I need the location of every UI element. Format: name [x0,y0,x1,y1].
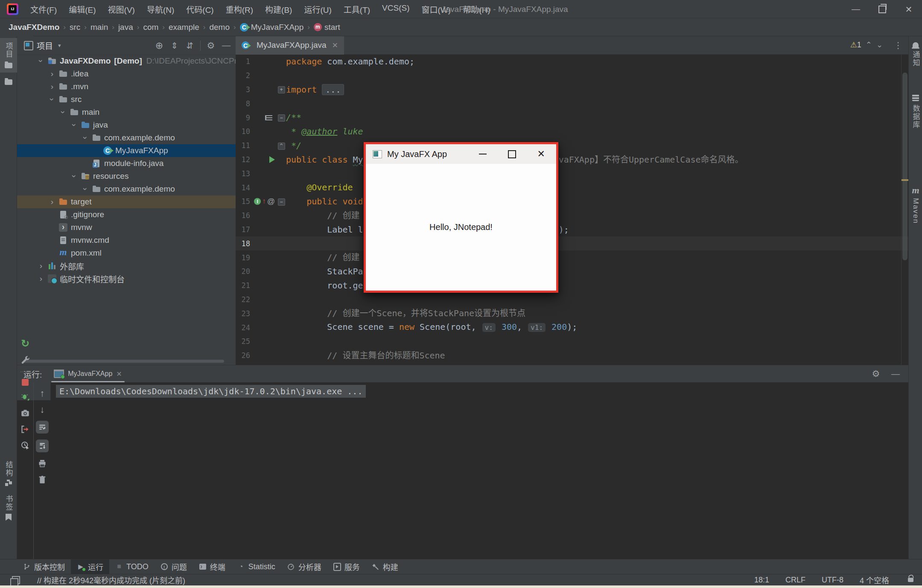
fold-marker-icon[interactable]: + [278,86,285,93]
tree-item-com.example.demo[interactable]: ›com.example.demo [17,131,236,144]
tool-window-button-statistic[interactable]: ◔Statistic [231,559,281,574]
tree-chevron-icon[interactable]: › [81,185,90,193]
tree-chevron-icon[interactable]: › [36,57,46,65]
breadcrumb-item[interactable]: com [143,23,158,32]
tree-item-target[interactable]: ›target [17,195,236,208]
tree-item-mvnw.cmd[interactable]: mvnw.cmd [17,234,236,247]
menu-item[interactable]: 编辑(E) [64,2,100,16]
run-tab[interactable]: MyJavaFXApp ✕ [51,365,124,382]
project-panel-title[interactable]: 项目 [37,40,53,51]
soft-wrap-toggle[interactable] [36,421,49,434]
fold-marker-icon[interactable]: − [278,114,285,122]
override-gutter-icon[interactable]: I [254,198,261,205]
fold-marker-icon[interactable]: ^ [278,143,285,150]
code-area[interactable]: 1package com.example.demo;23+import ...8… [236,55,908,363]
close-tab-icon[interactable]: ✕ [332,41,338,50]
tree-item-.gitignore[interactable]: .gitignore [17,208,236,221]
code-line-21[interactable]: 21 root.ge [236,279,908,293]
code-line-20[interactable]: 20 StackPa [236,265,908,279]
code-line-22[interactable]: 22 [236,293,908,307]
breadcrumb-item[interactable]: mstart [314,23,340,32]
code-line-8[interactable]: 8 [236,96,908,111]
tool-button-database[interactable]: 数据库 [909,89,922,134]
tool-window-button-services[interactable]: 服务 [327,559,366,574]
code-line-26[interactable]: 26 // 设置主舞台的标题和Scene [236,349,908,363]
chevron-down-icon[interactable]: ▾ [58,42,61,49]
close-window-button[interactable]: ✕ [896,0,922,18]
tree-item-main[interactable]: ›main [17,106,236,119]
tree-item-mvnw[interactable]: mvnw [17,221,236,234]
breadcrumb-item[interactable]: example [169,23,199,32]
print-icon[interactable] [37,458,47,469]
code-line-15[interactable]: 15I↑@− public void [236,195,908,209]
tree-item-.mvn[interactable]: ›.mvn [17,80,236,93]
tree-chevron-icon[interactable]: › [70,172,79,180]
tool-button-structure[interactable]: 结构 [0,457,17,491]
tree-item-resources[interactable]: ›resources [17,170,236,183]
edit-config-wrench-icon[interactable] [20,355,30,365]
tool-window-button-branch[interactable]: 版本控制 [17,559,71,574]
tool-button-commit[interactable] [0,73,17,89]
tab-options-icon[interactable]: ⋮ [894,40,902,50]
run-console[interactable]: E:\Downloads\CodesDownloads\jdk\jdk-17.0… [51,382,908,559]
project-horizontal-scrollbar[interactable] [23,360,224,363]
tool-button-project[interactable]: 项目 [0,38,17,73]
breadcrumb-item[interactable]: JavaFXDemo [9,23,59,32]
next-problem-icon[interactable]: ⌄ [876,40,883,49]
code-line-2[interactable]: 2 [236,69,908,83]
javafx-close-icon[interactable]: ✕ [537,149,545,159]
rerun-icon[interactable]: ↻ [20,338,30,349]
tree-item-module-info.java[interactable]: module-info.java [17,157,236,170]
tree-item-java[interactable]: ›java [17,119,236,131]
code-line-14[interactable]: 14 @Override [236,180,908,195]
javafx-titlebar[interactable]: My JavaFX App ✕ [366,144,556,164]
unlock-icon[interactable] [908,578,913,582]
menu-item[interactable]: VCS(S) [378,2,414,16]
caret-position[interactable]: 18:1 [754,576,769,585]
code-line-19[interactable]: 19 // 创建 [236,250,908,265]
tree-chevron-icon[interactable]: › [48,69,56,79]
encoding[interactable]: UTF-8 [822,576,843,585]
status-message[interactable]: // 构建在 2秒942毫秒内成功完成 (片刻之前) [37,574,185,585]
menu-item[interactable]: 重构(R) [222,2,257,16]
layout-stack-icon[interactable] [12,576,20,584]
up-stack-icon[interactable]: ↑ [37,388,47,399]
breadcrumb-item[interactable]: src [70,23,80,32]
close-run-tab-icon[interactable]: ✕ [116,370,122,378]
editor-vertical-scrollbar[interactable] [902,73,907,260]
indent-style[interactable]: 4 个空格 [860,574,889,585]
menu-item[interactable]: 运行(U) [300,2,336,16]
code-line-10[interactable]: 10 * @author luke [236,125,908,139]
restore-window-button[interactable] [869,0,896,18]
tool-window-button-build[interactable]: 构建 [366,559,404,574]
tree-item-[interactable]: ›外部库 [17,259,236,272]
editor-tab-myjavafxapp[interactable]: MyJavaFXApp.java ✕ [236,36,344,55]
breadcrumb-item[interactable]: demo [209,23,230,32]
code-line-17[interactable]: 17 Label l); [236,223,908,237]
tree-chevron-icon[interactable]: › [58,108,68,116]
hide-panel-icon[interactable]: — [221,41,231,51]
expand-all-icon[interactable]: ⇕ [169,41,180,51]
tree-chevron-icon[interactable]: › [48,82,56,91]
run-line-icon[interactable] [269,156,275,163]
scroll-to-end-toggle[interactable] [36,440,49,452]
code-line-24[interactable]: 24 Scene scene = new Scene(root, v: 300,… [236,320,908,335]
clear-trash-icon[interactable] [37,474,47,485]
javafx-maximize-icon[interactable] [508,150,516,158]
menu-item[interactable]: 代码(C) [182,2,218,16]
minimize-window-button[interactable]: — [843,0,869,18]
tree-chevron-icon[interactable]: › [70,121,79,129]
tree-chevron-icon[interactable]: › [48,197,56,207]
tool-window-button-terminal[interactable]: 终端 [193,559,231,574]
javafx-minimize-icon[interactable] [479,154,487,154]
locate-file-icon[interactable]: ⊕ [154,41,164,51]
prev-problem-icon[interactable]: ⌃ [866,40,872,49]
console-command-line[interactable]: E:\Downloads\CodesDownloads\jdk\jdk-17.0… [56,385,366,398]
fold-marker-icon[interactable]: − [278,198,285,206]
attach-debugger-icon[interactable] [20,392,30,402]
tree-item-[interactable]: ›临时文件和控制台 [17,272,236,285]
line-ending[interactable]: CRLF [785,576,805,585]
code-line-23[interactable]: 23 // 创建一个Scene，并将StackPane设置为根节点 [236,306,908,320]
hide-run-panel-icon[interactable]: — [890,369,901,379]
tree-chevron-icon[interactable]: › [81,134,90,142]
